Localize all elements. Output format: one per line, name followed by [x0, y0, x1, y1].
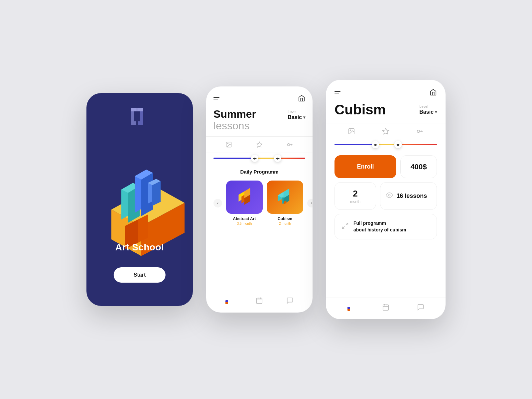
- next-arrow[interactable]: ›: [307, 199, 313, 207]
- enroll-row: Enroll 400$: [334, 155, 437, 178]
- cubism-title-row: Cubism Level Basic ▾: [326, 99, 446, 123]
- prev-arrow[interactable]: ‹: [213, 199, 222, 207]
- cubism-home-nav[interactable]: [346, 303, 355, 312]
- cubism-image-tab[interactable]: [347, 127, 356, 136]
- svg-point-21: [288, 144, 290, 146]
- svg-marker-38: [383, 128, 389, 134]
- enroll-button[interactable]: Enroll: [334, 155, 396, 178]
- daily-section: Daily Programm ‹: [206, 164, 313, 291]
- svg-rect-42: [347, 307, 350, 309]
- svg-rect-34: [225, 300, 228, 302]
- key-tab-icon[interactable]: [285, 140, 295, 149]
- lessons-card: 16 lessons: [380, 182, 437, 210]
- cubism-course-sub: 2 month: [279, 222, 291, 225]
- screen-cubism: Cubism Level Basic ▾: [326, 80, 446, 319]
- level-label: Level: [288, 110, 296, 114]
- svg-marker-17: [138, 214, 148, 243]
- abstract-art-sub: 3.5 month: [237, 222, 252, 225]
- svg-point-39: [417, 130, 419, 132]
- cubism-progress-section: ◀▶ ◀▶: [326, 139, 446, 150]
- course-card-abstract-art[interactable]: Abstract Art 3.5 month: [226, 181, 263, 225]
- daily-title: Daily Programm: [213, 169, 305, 175]
- svg-rect-43: [383, 305, 389, 311]
- svg-marker-2: [131, 108, 143, 111]
- progress-thumb-1[interactable]: ◀▶: [251, 155, 258, 162]
- art-school-title: Art School: [86, 242, 193, 253]
- cubism-level-label: Level: [419, 104, 437, 108]
- lessons-count: 16 lessons: [396, 193, 427, 200]
- cubism-header: [326, 80, 446, 99]
- cubism-menu-icon[interactable]: [334, 91, 340, 93]
- course-cards: Abstract Art 3.5 month: [226, 181, 303, 225]
- cubism-thumbnail: [267, 181, 303, 214]
- svg-marker-20: [257, 142, 262, 147]
- progress-thumb-2[interactable]: ◀▶: [274, 155, 281, 162]
- title-summer: Summer: [213, 108, 256, 120]
- chat-nav-item[interactable]: [285, 296, 295, 305]
- stat-number: 2: [353, 189, 357, 199]
- cubism-thumb-1[interactable]: ◀▶: [372, 141, 379, 148]
- screen-summer-lessons: Summer lessons Level Basic ▾: [206, 86, 313, 313]
- progress-section: ◀▶ ◀▶: [206, 153, 313, 164]
- program-card[interactable]: Full programmabout history of cubism: [334, 214, 437, 239]
- svg-point-19: [227, 143, 228, 144]
- cubism-level-selector[interactable]: Basic ▾: [419, 109, 437, 115]
- title-level-row: Summer lessons Level Basic ▾: [206, 106, 313, 136]
- cubism-thumb-2[interactable]: ◀▶: [394, 141, 402, 148]
- home-nav-item[interactable]: [224, 296, 233, 305]
- level-selector[interactable]: Basic ▾: [288, 114, 305, 120]
- resize-icon: [341, 222, 349, 231]
- cubism-page-title: Cubism: [334, 102, 386, 118]
- bottom-nav: [206, 291, 313, 313]
- duration-card: 2 month: [334, 182, 376, 210]
- title-lessons: lessons: [213, 120, 256, 132]
- tab-icons-row: [206, 136, 313, 153]
- abstract-art-thumbnail: [226, 181, 263, 214]
- star-tab-icon[interactable]: [255, 140, 264, 149]
- svg-marker-3: [134, 111, 140, 121]
- program-description: Full programmabout history of cubism: [353, 220, 406, 233]
- cubism-star-tab[interactable]: [381, 127, 390, 136]
- svg-rect-35: [257, 298, 262, 304]
- action-grid: Enroll 400$ 2 month: [326, 150, 446, 298]
- cubism-chat-nav[interactable]: [416, 303, 425, 312]
- cubism-course-title: Cubism: [278, 216, 292, 221]
- cubism-tab-icons: [326, 123, 446, 139]
- stat-row: 2 month 16 lessons: [334, 182, 437, 210]
- image-tab-icon[interactable]: [224, 140, 233, 149]
- menu-icon[interactable]: [213, 97, 219, 99]
- cubism-calendar-nav[interactable]: [381, 303, 390, 312]
- home-icon[interactable]: [298, 94, 305, 102]
- chevron-down-icon: ▾: [303, 115, 305, 120]
- cubism-home-icon[interactable]: [430, 88, 437, 96]
- logo-icon: [123, 103, 156, 130]
- course-card-cubism[interactable]: Cubism 2 month: [267, 181, 303, 225]
- svg-marker-15: [152, 181, 161, 206]
- cubism-level-text: Basic: [419, 109, 434, 115]
- price-card: 400$: [400, 155, 437, 178]
- cubism-chevron-icon: ▾: [435, 110, 437, 114]
- price-value: 400$: [411, 163, 427, 171]
- calendar-nav-item[interactable]: [255, 296, 264, 305]
- stat-label: month: [350, 200, 360, 203]
- svg-point-40: [388, 194, 390, 196]
- level-text: Basic: [288, 114, 302, 120]
- svg-point-37: [350, 130, 351, 131]
- cubism-progress-bar[interactable]: ◀▶ ◀▶: [334, 144, 437, 145]
- progress-bar[interactable]: ◀▶ ◀▶: [213, 158, 305, 159]
- cubism-bottom-nav: [326, 298, 446, 319]
- abstract-art-title: Abstract Art: [233, 216, 256, 221]
- start-button[interactable]: Start: [114, 267, 166, 283]
- eye-icon: [386, 192, 393, 200]
- header: [206, 86, 313, 106]
- cubism-key-tab[interactable]: [415, 127, 425, 136]
- screen-art-school: Art School Start: [86, 93, 193, 306]
